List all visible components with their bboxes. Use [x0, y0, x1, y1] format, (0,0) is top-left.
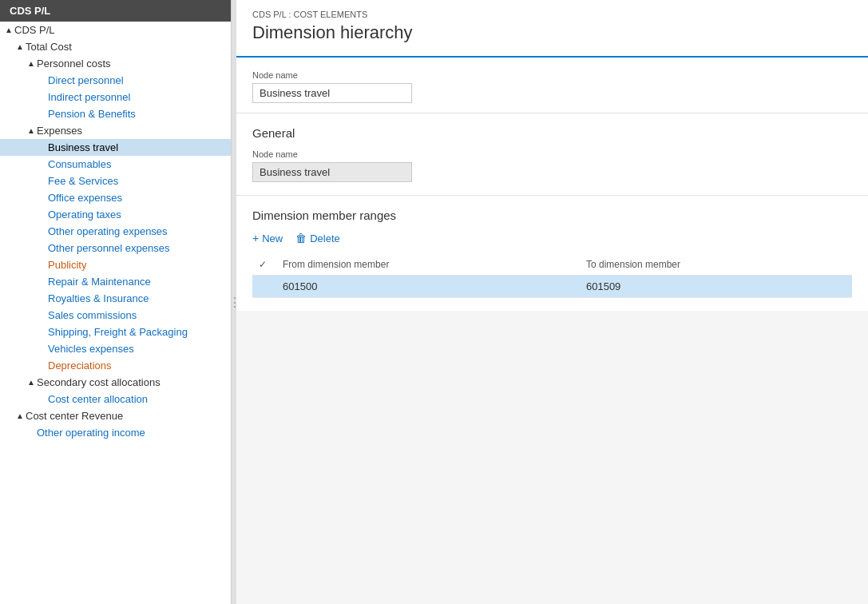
sidebar-item-direct-personnel[interactable]: Direct personnel — [0, 72, 231, 89]
sidebar-header: CDS P/L — [0, 0, 231, 22]
sidebar-item-other-operating-expenses[interactable]: Other operating expenses — [0, 223, 231, 240]
sidebar-item-office-expenses[interactable]: Office expenses — [0, 189, 231, 206]
sidebar-item-fee-services[interactable]: Fee & Services — [0, 173, 231, 189]
sidebar-label-secondary-cost: Secondary cost allocations — [37, 376, 161, 388]
general-title: General — [252, 126, 852, 140]
sidebar-item-cost-center-allocation[interactable]: Cost center allocation — [0, 391, 231, 407]
sidebar-label-cds-pl: CDS P/L — [14, 24, 55, 36]
sidebar-item-cost-center-revenue[interactable]: ▲Cost center Revenue — [0, 407, 231, 424]
sidebar-label-operating-taxes: Operating taxes — [48, 209, 121, 221]
sidebar-item-consumables[interactable]: Consumables — [0, 156, 231, 173]
delete-label: Delete — [310, 232, 340, 244]
sidebar-label-consumables: Consumables — [48, 158, 112, 170]
dim-member-title: Dimension member ranges — [252, 209, 852, 222]
main-header: CDS P/L : COST ELEMENTS Dimension hierar… — [236, 0, 868, 58]
row-check-0 — [252, 276, 276, 298]
sidebar-item-royalties-insurance[interactable]: Royalties & Insurance — [0, 290, 231, 307]
sidebar-item-business-travel[interactable]: Business travel — [0, 139, 231, 156]
sidebar-label-cost-center-allocation: Cost center allocation — [48, 393, 148, 405]
toggle-icon-cost-center-revenue: ▲ — [14, 411, 26, 420]
sidebar-label-other-operating-income: Other operating income — [37, 427, 145, 439]
sidebar-item-sales-commissions[interactable]: Sales commissions — [0, 307, 231, 324]
top-node-name-label: Node name — [252, 70, 852, 80]
sidebar-item-expenses[interactable]: ▲Expenses — [0, 122, 231, 139]
sidebar-item-total-cost[interactable]: ▲Total Cost — [0, 38, 231, 55]
sidebar-label-shipping: Shipping, Freight & Packaging — [48, 326, 188, 338]
main-content: CDS P/L : COST ELEMENTS Dimension hierar… — [236, 0, 868, 604]
plus-icon: + — [252, 232, 259, 244]
sidebar-label-personnel-costs: Personnel costs — [37, 58, 111, 70]
toggle-icon-total-cost: ▲ — [14, 42, 26, 51]
dim-member-table: ✓ From dimension member To dimension mem… — [252, 254, 852, 298]
sidebar-label-office-expenses: Office expenses — [48, 192, 122, 204]
sidebar-label-business-travel: Business travel — [48, 141, 118, 153]
toolbar: + New 🗑 Delete — [252, 232, 852, 244]
toggle-icon-cds-pl: ▲ — [3, 26, 14, 34]
sidebar-label-cost-center-revenue: Cost center Revenue — [26, 410, 123, 422]
toggle-icon-secondary-cost: ▲ — [26, 378, 37, 387]
delete-button[interactable]: 🗑 Delete — [295, 232, 340, 244]
col-check: ✓ — [252, 254, 276, 276]
page-title: Dimension hierarchy — [252, 22, 852, 43]
new-button[interactable]: + New — [252, 232, 283, 244]
top-node-section: Node name Business travel — [236, 58, 868, 113]
table-row[interactable]: 601500601509 — [252, 276, 852, 298]
sidebar-item-publicity[interactable]: Publicity — [0, 256, 231, 273]
sidebar-label-depreciations: Depreciations — [48, 360, 112, 372]
sidebar-item-repair-maintenance[interactable]: Repair & Maintenance — [0, 273, 231, 290]
general-section: General Node name — [236, 113, 868, 195]
sidebar-label-fee-services: Fee & Services — [48, 175, 118, 187]
sidebar-item-vehicles-expenses[interactable]: Vehicles expenses — [0, 340, 231, 357]
top-node-name-value: Business travel — [252, 83, 412, 103]
sidebar-item-other-personnel-expenses[interactable]: Other personnel expenses — [0, 240, 231, 256]
tree: ▲CDS P/L▲Total Cost▲Personnel costsDirec… — [0, 22, 231, 441]
sidebar-label-royalties-insurance: Royalties & Insurance — [48, 292, 149, 304]
sidebar-label-total-cost: Total Cost — [26, 41, 72, 53]
breadcrumb: CDS P/L : COST ELEMENTS — [252, 10, 852, 19]
table-header-row: ✓ From dimension member To dimension mem… — [252, 254, 852, 276]
sidebar-label-repair-maintenance: Repair & Maintenance — [48, 276, 151, 288]
sidebar-item-other-operating-income[interactable]: Other operating income — [0, 424, 231, 441]
sidebar-label-vehicles-expenses: Vehicles expenses — [48, 343, 134, 355]
sidebar-item-shipping[interactable]: Shipping, Freight & Packaging — [0, 324, 231, 340]
new-label: New — [262, 232, 283, 244]
row-to-0: 601509 — [580, 276, 852, 298]
sidebar-item-cds-pl[interactable]: ▲CDS P/L — [0, 22, 231, 38]
node-name-label: Node name — [252, 149, 852, 159]
sidebar-label-sales-commissions: Sales commissions — [48, 309, 137, 321]
toggle-icon-expenses: ▲ — [26, 126, 37, 135]
node-name-input[interactable] — [252, 162, 412, 182]
col-to-header: To dimension member — [580, 254, 852, 276]
sidebar-label-pension-benefits: Pension & Benefits — [48, 108, 136, 120]
sidebar-item-personnel-costs[interactable]: ▲Personnel costs — [0, 55, 231, 72]
sidebar-item-pension-benefits[interactable]: Pension & Benefits — [0, 105, 231, 122]
sidebar-label-other-operating-expenses: Other operating expenses — [48, 225, 168, 237]
sidebar-item-secondary-cost[interactable]: ▲Secondary cost allocations — [0, 374, 231, 391]
sidebar-item-depreciations[interactable]: Depreciations — [0, 357, 231, 374]
table-body: 601500601509 — [252, 276, 852, 298]
toggle-icon-personnel-costs: ▲ — [26, 59, 37, 68]
sidebar-label-indirect-personnel: Indirect personnel — [48, 91, 130, 103]
row-from-0: 601500 — [276, 276, 580, 298]
sidebar: CDS P/L ▲CDS P/L▲Total Cost▲Personnel co… — [0, 0, 232, 604]
sidebar-item-operating-taxes[interactable]: Operating taxes — [0, 206, 231, 223]
sidebar-item-indirect-personnel[interactable]: Indirect personnel — [0, 89, 231, 105]
sidebar-label-expenses: Expenses — [37, 125, 82, 137]
sidebar-label-other-personnel-expenses: Other personnel expenses — [48, 242, 169, 254]
col-from-header: From dimension member — [276, 254, 580, 276]
dim-member-section: Dimension member ranges + New 🗑 Delete ✓… — [236, 196, 868, 311]
sidebar-label-publicity: Publicity — [48, 259, 86, 271]
sidebar-label-direct-personnel: Direct personnel — [48, 74, 124, 86]
delete-icon: 🗑 — [295, 232, 307, 244]
